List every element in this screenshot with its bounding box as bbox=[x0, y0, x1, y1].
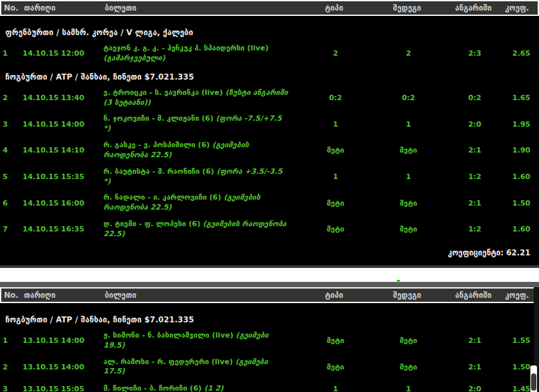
table-row: 5 14.10.15 15:35 რ. ბაუტისტა - მ. რაონიჩ… bbox=[0, 164, 539, 190]
row-number: 1 bbox=[0, 49, 23, 58]
row-number: 5 bbox=[0, 172, 23, 181]
table-1-header-row: No. თარიღი ბილეთი ტიპი შედეგი ანგარიში კ… bbox=[0, 0, 539, 16]
ticket-bet-type: (გამარჯვებული) bbox=[103, 54, 165, 62]
row-coef: 1.95 bbox=[501, 120, 539, 129]
row-coef: 1.60 bbox=[501, 225, 539, 233]
row-date: 14.10.15 12:00 bbox=[23, 49, 103, 58]
row-number: 3 bbox=[0, 385, 23, 392]
league-header: ჩოგბურთი / ATP / შანხაი, ჩინეთი $7.021.3… bbox=[0, 67, 539, 85]
table-row: 4 14.10.15 14:10 რ. გასკე - ვ. პოსპიშილი… bbox=[0, 137, 539, 164]
row-ticket: მ. ჩილიჩი - ბ. ჩორიჩი (6) (1 2) bbox=[103, 384, 302, 392]
row-result: მეტი bbox=[369, 363, 448, 371]
col-header-no: No. bbox=[1, 291, 24, 300]
ticket-match: ვ. ტროიცკი - ს. ვავრინკა (live) bbox=[103, 88, 223, 97]
row-score: 2:0 bbox=[448, 385, 501, 392]
row-coef: 2.65 bbox=[501, 49, 539, 58]
row-ticket: რ. ბაუტისტა - მ. რაონიჩი (6) (ფორა +3.5/… bbox=[103, 167, 302, 187]
row-date: 14.10.15 14:00 bbox=[23, 120, 103, 129]
row-score: 0:2 bbox=[448, 94, 501, 102]
row-coef: 1.65 bbox=[501, 94, 539, 102]
row-score: 2:1 bbox=[448, 146, 501, 155]
row-type: 1 bbox=[302, 385, 369, 392]
row-ticket: რ. ნადალი - ი. კარლოვიჩი (6) (გეიმების რ… bbox=[103, 193, 302, 213]
col-header-date: თარიღი bbox=[24, 3, 105, 13]
row-score: 2:0 bbox=[448, 120, 501, 129]
total-coefficient: კოეფიციენტი: 62.21 bbox=[0, 243, 539, 265]
ticket-match: ტაეჯონ კ. გ. კ. - ჰენკუკ პ. სპაიდერსი (l… bbox=[103, 44, 269, 52]
row-ticket: რ. გასკე - ვ. პოსპიშილი (6) (გეიმების რა… bbox=[103, 141, 302, 161]
table-row: 1 14.10.15 12:00 ტაეჯონ კ. გ. კ. - ჰენკუ… bbox=[0, 40, 539, 67]
row-date: 13.10.15 14:00 bbox=[23, 363, 103, 371]
row-result: 0:2 bbox=[369, 94, 448, 102]
row-score: 2:1 bbox=[448, 199, 501, 208]
row-type: მეტი bbox=[302, 363, 369, 371]
col-header-type: ტიპი bbox=[301, 3, 367, 13]
col-header-score: ანგარიში bbox=[447, 291, 500, 300]
row-ticket: დ. ტიემი - ფ. ლოპესი (6) (გეიმების რაოდე… bbox=[103, 220, 302, 239]
row-score: 2:1 bbox=[448, 336, 501, 345]
gray-band bbox=[0, 282, 539, 287]
table-row: 2 14.10.15 13:40 ვ. ტროიცკი - ს. ვავრინკ… bbox=[0, 85, 539, 111]
league-header: ფრენბურთი / სამხრ. კორეა / V ლიგა, ქალებ… bbox=[0, 23, 539, 40]
row-type: 1 bbox=[302, 120, 369, 129]
table-row: 3 14.10.15 14:00 ნ. ჯოკოვიჩი - მ. კლიჟან… bbox=[0, 111, 539, 137]
row-number: 6 bbox=[0, 199, 23, 208]
row-coef: 1.60 bbox=[501, 172, 539, 181]
col-header-date: თარიღი bbox=[24, 291, 105, 300]
ticket-match: რ. გასკე - ვ. პოსპიშილი (6) bbox=[103, 141, 210, 149]
tables-gap bbox=[0, 268, 539, 282]
col-header-score: ანგარიში bbox=[447, 3, 500, 13]
row-result: 1 bbox=[369, 172, 448, 181]
row-score: 2:1 bbox=[448, 363, 501, 371]
table-row: 1 13.10.15 14:00 ჟ. სიმონი - ნ. ბასილაშვ… bbox=[0, 328, 539, 354]
row-type: 2 bbox=[302, 49, 369, 58]
table-row: 2 13.10.15 14:00 ალ. რამოსი - რ. ფედერერ… bbox=[0, 354, 539, 381]
green-marker-icon bbox=[396, 280, 400, 284]
col-header-ticket: ბილეთი bbox=[105, 3, 301, 13]
row-date: 14.10.15 16:00 bbox=[23, 199, 103, 208]
bet-table-2: No. თარიღი ბილეთი ტიპი შედეგი ანგარიში კ… bbox=[0, 287, 539, 392]
row-date: 14.10.15 14:10 bbox=[23, 146, 103, 155]
ticket-bet-type: (1 2) bbox=[204, 384, 223, 392]
row-date: 14.10.15 16:35 bbox=[23, 225, 103, 233]
table-row: 3 13.10.15 15:05 მ. ჩილიჩი - ბ. ჩორიჩი (… bbox=[0, 380, 539, 392]
row-date: 14.10.15 15:35 bbox=[23, 172, 103, 181]
row-result: მეტი bbox=[369, 225, 448, 233]
row-date: 13.10.15 14:00 bbox=[23, 336, 103, 345]
row-type: მეტი bbox=[302, 146, 369, 155]
scrollbar-thumb[interactable] bbox=[531, 373, 536, 391]
total-coefficient-label: კოეფიციენტი: bbox=[448, 248, 504, 257]
table-2-header-row: No. თარიღი ბილეთი ტიპი შედეგი ანგარიში კ… bbox=[0, 287, 539, 303]
ticket-match: რ. ნადალი - ი. კარლოვიჩი (6) bbox=[103, 193, 221, 202]
col-header-result: შედეგი bbox=[367, 291, 447, 300]
row-date: 14.10.15 13:40 bbox=[23, 94, 103, 102]
row-result: მეტი bbox=[369, 199, 448, 208]
col-header-type: ტიპი bbox=[301, 291, 367, 300]
table-row: 6 14.10.15 16:00 რ. ნადალი - ი. კარლოვიჩ… bbox=[0, 190, 539, 216]
ticket-match: ალ. რამოსი - რ. ფედერერი (live) bbox=[103, 358, 233, 366]
row-coef: 1.90 bbox=[501, 146, 539, 155]
row-type: მეტი bbox=[302, 225, 369, 233]
row-type: მეტი bbox=[302, 199, 369, 208]
ticket-match: დ. ტიემი - ფ. ლოპესი (6) bbox=[103, 220, 200, 228]
row-score: 1:2 bbox=[448, 172, 501, 181]
row-ticket: ალ. რამოსი - რ. ფედერერი (live) (გეიმები… bbox=[103, 358, 302, 377]
row-number: 2 bbox=[0, 94, 23, 102]
row-result: მეტი bbox=[369, 146, 448, 155]
scrollbar[interactable] bbox=[530, 365, 537, 392]
row-result: 2 bbox=[369, 49, 448, 58]
row-result: 1 bbox=[369, 385, 448, 392]
table-row: 7 14.10.15 16:35 დ. ტიემი - ფ. ლოპესი (6… bbox=[0, 216, 539, 243]
col-header-coef: კოეფ. bbox=[500, 291, 538, 300]
ticket-match: ჟ. სიმონი - ნ. ბასილაშვილი (live) bbox=[103, 331, 233, 340]
row-score: 1:2 bbox=[448, 225, 501, 233]
row-number: 4 bbox=[0, 146, 23, 155]
col-header-ticket: ბილეთი bbox=[105, 291, 301, 300]
ticket-match: ნ. ჯოკოვიჩი - მ. კლიჟანი (6) bbox=[103, 114, 213, 123]
row-result: მეტი bbox=[369, 336, 448, 345]
row-number: 3 bbox=[0, 120, 23, 129]
row-number: 7 bbox=[0, 225, 23, 233]
league-header: ჩოგბურთი / ATP / შანხაი, ჩინეთი $7.021.3… bbox=[0, 310, 539, 328]
col-header-coef: კოეფ. bbox=[500, 3, 538, 13]
ticket-match: რ. ბაუტისტა - მ. რაონიჩი (6) bbox=[103, 167, 214, 176]
